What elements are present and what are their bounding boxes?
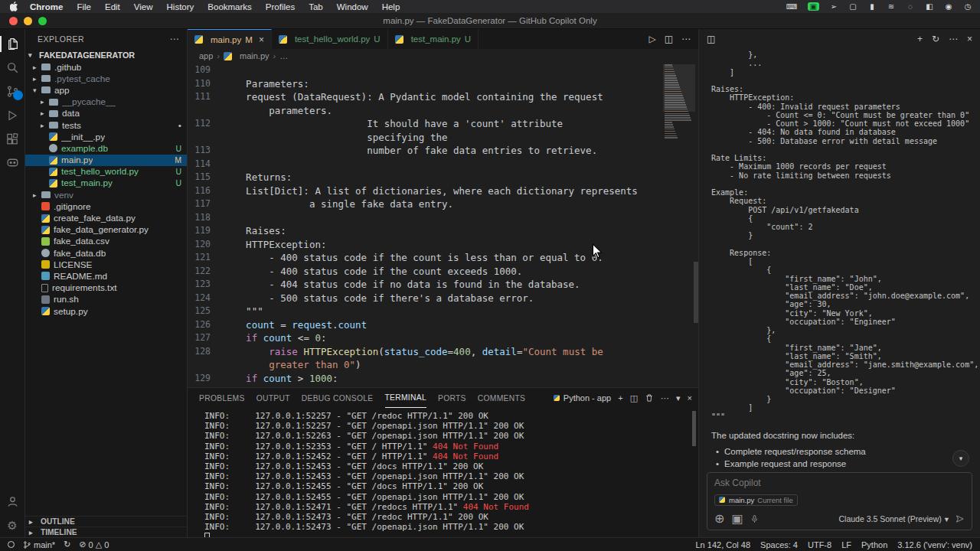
- search-activity-icon[interactable]: [0, 56, 25, 80]
- panel-more-actions-icon[interactable]: ⋯: [661, 393, 669, 403]
- siri-icon[interactable]: ◉: [944, 2, 953, 11]
- profile-icon[interactable]: [8, 541, 15, 548]
- kill-terminal-icon[interactable]: [645, 393, 654, 403]
- editor-tab-test_hello_world.py[interactable]: test_hello_world.pyU: [272, 29, 388, 49]
- wifi-icon[interactable]: ≋: [887, 2, 896, 11]
- cursor-icon[interactable]: ➢: [829, 2, 838, 11]
- explorer-activity-icon[interactable]: [0, 32, 25, 56]
- settings-gear-icon[interactable]: ⚙: [0, 514, 25, 537]
- zoom-window-button[interactable]: [38, 17, 47, 25]
- battery-icon[interactable]: ▮: [867, 2, 877, 11]
- new-terminal-icon[interactable]: +: [618, 393, 622, 403]
- tree-item-LICENSE[interactable]: LICENSE: [25, 259, 187, 270]
- tree-item-test_main.py[interactable]: test_main.pyU: [25, 178, 187, 189]
- timeline-section[interactable]: ▸ TIMELINE: [25, 527, 187, 537]
- status-item[interactable]: LF: [841, 540, 851, 549]
- scroll-down-button[interactable]: ▾: [952, 450, 969, 467]
- run-debug-activity-icon[interactable]: [0, 103, 25, 127]
- git-branch-indicator[interactable]: main*: [23, 540, 55, 549]
- menu-item-edit[interactable]: Edit: [98, 2, 127, 11]
- panel-tab-comments[interactable]: COMMENTS: [478, 388, 525, 408]
- context-chip[interactable]: main.py Current file: [714, 494, 798, 506]
- minimap-slider[interactable]: [663, 64, 695, 112]
- tree-item-venv[interactable]: ▸venv: [25, 189, 187, 201]
- tree-item-main.py[interactable]: main.pyM: [25, 155, 187, 166]
- menu-item-bookmarks[interactable]: Bookmarks: [201, 2, 259, 11]
- terminal-output[interactable]: INFO: 127.0.0.1:52257 - "GET /redoc HTTP…: [188, 408, 698, 537]
- new-chat-icon[interactable]: +: [917, 34, 923, 44]
- mic-icon[interactable]: [750, 514, 759, 523]
- status-item[interactable]: Python: [861, 540, 887, 549]
- model-picker[interactable]: Claude 3.5 Sonnet (Preview) ▾: [838, 514, 949, 523]
- menu-item-tab[interactable]: Tab: [302, 2, 330, 11]
- extensions-activity-icon[interactable]: [0, 127, 25, 151]
- tree-item-README.md[interactable]: README.md: [25, 270, 187, 282]
- panel-tab-terminal[interactable]: TERMINAL: [385, 388, 426, 408]
- copilot-input[interactable]: Ask Copilot main.py Current file ⊕ ▣: [707, 472, 972, 530]
- panel-tab-debug-console[interactable]: DEBUG CONSOLE: [302, 388, 374, 408]
- tree-item-__init__.py[interactable]: __init__.py: [25, 131, 187, 142]
- status-item[interactable]: UTF-8: [808, 540, 831, 549]
- tree-item-fake_data.csv[interactable]: fake_data.csv: [25, 236, 187, 247]
- apple-menu-icon[interactable]: [8, 2, 20, 11]
- panel-tab-ports[interactable]: PORTS: [438, 388, 466, 408]
- run-python-file-icon[interactable]: ▷: [648, 34, 655, 44]
- account-icon[interactable]: [0, 490, 25, 514]
- status-item[interactable]: Ln 142, Col 48: [696, 540, 751, 549]
- tree-item-tests[interactable]: ▸tests•: [25, 119, 187, 131]
- tree-item-test_hello_world.py[interactable]: test_hello_world.pyU: [25, 166, 187, 178]
- panel-tab-problems[interactable]: PROBLEMS: [199, 388, 245, 408]
- attach-icon[interactable]: ▣: [731, 511, 743, 526]
- code-editor[interactable]: 109110 Parameters:111 request (DataReque…: [188, 63, 698, 387]
- split-terminal-icon[interactable]: ◫: [630, 393, 638, 403]
- tree-item-.gitignore[interactable]: .gitignore: [25, 201, 187, 212]
- copilot-input-placeholder[interactable]: Ask Copilot: [714, 478, 965, 488]
- editor-more-actions-icon[interactable]: ⋯: [681, 34, 691, 44]
- source-control-activity-icon[interactable]: [0, 80, 25, 103]
- breadcrumb-item[interactable]: app: [199, 51, 213, 60]
- explorer-root-folder[interactable]: ▾ FAKEDATAGENERATOR: [25, 48, 187, 61]
- status-item[interactable]: Spaces: 4: [760, 540, 798, 549]
- copilot-chat-activity-icon[interactable]: [0, 151, 25, 174]
- breadcrumb-item[interactable]: main.py: [240, 51, 270, 60]
- close-icon[interactable]: ×: [259, 34, 264, 45]
- tree-item-example.db[interactable]: example.dbU: [25, 142, 187, 154]
- copilot-more-actions-icon[interactable]: ⋯: [949, 34, 958, 44]
- close-panel-icon[interactable]: ×: [688, 393, 692, 403]
- status-item[interactable]: 3.12.6 ('venv': venv): [897, 540, 972, 549]
- tree-item-__pycache__[interactable]: ▸__pycache__: [25, 96, 187, 108]
- explorer-more-actions-icon[interactable]: ⋯: [170, 34, 180, 44]
- keyboard-icon[interactable]: ⌨: [786, 2, 797, 11]
- add-context-icon[interactable]: ⊕: [714, 511, 724, 526]
- terminal-scrollbar[interactable]: [692, 411, 696, 446]
- send-button[interactable]: [956, 514, 965, 523]
- menu-item-view[interactable]: View: [127, 2, 160, 11]
- tree-item-create_fake_data.py[interactable]: create_fake_data.py: [25, 212, 187, 223]
- menu-item-help[interactable]: Help: [375, 2, 407, 11]
- screen-record-icon[interactable]: ▣: [808, 2, 819, 11]
- tree-item-requirements.txt[interactable]: requirements.txt: [25, 282, 187, 294]
- editor-tab-main.py[interactable]: main.pyM×: [188, 29, 272, 49]
- tree-item-.pytest_cache[interactable]: ▸.pytest_cache: [25, 73, 187, 84]
- sync-icon[interactable]: ↻: [64, 540, 70, 549]
- clock-icon[interactable]: ◷: [963, 2, 972, 11]
- panel-tab-output[interactable]: OUTPUT: [256, 388, 290, 408]
- tree-item-fake_data_generator.py[interactable]: fake_data_generator.py: [25, 224, 187, 236]
- chat-history-icon[interactable]: ↻: [932, 34, 939, 44]
- tree-item-app[interactable]: ▾app: [25, 84, 187, 96]
- split-editor-icon[interactable]: ◫: [665, 34, 673, 44]
- editor-tab-test_main.py[interactable]: test_main.pyU: [388, 29, 479, 49]
- tree-item-fake_data.db[interactable]: fake_data.db: [25, 247, 187, 259]
- minimize-window-button[interactable]: [24, 17, 32, 25]
- close-window-button[interactable]: [9, 17, 18, 25]
- tree-item-data[interactable]: ▸data: [25, 108, 187, 119]
- search-icon[interactable]: ◌: [906, 2, 915, 11]
- breadcrumb-item[interactable]: …: [279, 51, 288, 60]
- control-center-icon[interactable]: ◧: [925, 2, 934, 11]
- problems-indicator[interactable]: ⊘ 0 △ 0: [79, 540, 109, 549]
- terminal-shell-label[interactable]: Python - app: [554, 393, 611, 403]
- menu-item-window[interactable]: Window: [330, 2, 375, 11]
- close-copilot-panel-icon[interactable]: ×: [967, 34, 972, 44]
- menu-item-history[interactable]: History: [160, 2, 201, 11]
- tree-item-run.sh[interactable]: run.sh: [25, 294, 187, 305]
